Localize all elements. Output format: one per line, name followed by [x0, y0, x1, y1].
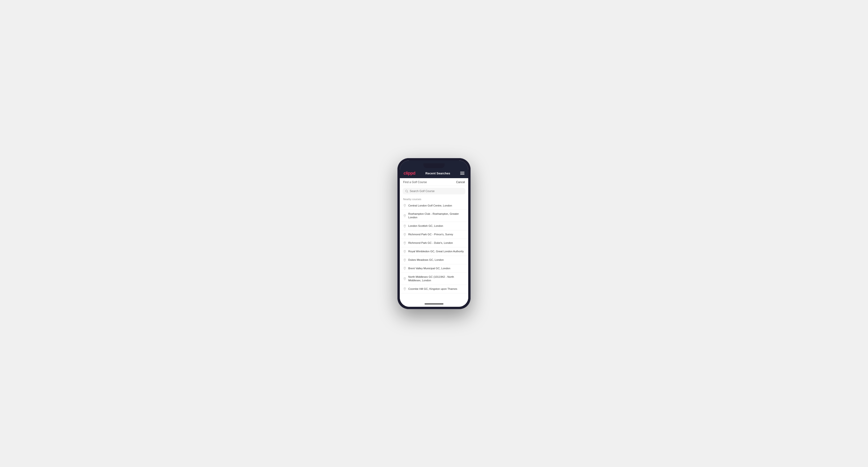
- app-header: clippd Recent Searches: [400, 169, 468, 178]
- header-title: Recent Searches: [426, 172, 450, 175]
- hamburger-line-1: [460, 172, 464, 172]
- home-indicator: [425, 304, 443, 304]
- location-pin-icon: [403, 287, 406, 290]
- course-list-item[interactable]: Roehampton Club - Roehampton, Greater Lo…: [400, 210, 468, 222]
- course-name: London Scottish GC, London: [408, 224, 443, 228]
- course-name: Central London Golf Centre, London: [408, 204, 452, 208]
- course-list-item[interactable]: Coombe Hill GC, Kingston upon Thames: [400, 285, 468, 293]
- search-panel: Find a Golf Course Cancel Nearby courses…: [400, 178, 468, 301]
- course-name: Richmond Park GC - Duke's, London: [408, 241, 453, 245]
- svg-point-8: [404, 259, 405, 260]
- course-list-item[interactable]: Central London Golf Centre, London: [400, 201, 468, 210]
- notch: [423, 163, 445, 168]
- app-logo: clippd: [404, 171, 415, 176]
- svg-point-2: [404, 205, 405, 206]
- location-pin-icon: [403, 214, 406, 217]
- search-input[interactable]: [410, 189, 463, 193]
- phone-screen: clippd Recent Searches Find a Golf Cours…: [400, 160, 468, 307]
- course-list-item[interactable]: North Middlesex GC (1011942 - North Midd…: [400, 273, 468, 285]
- location-pin-icon: [403, 277, 406, 280]
- course-name: Richmond Park GC - Prince's, Surrey: [408, 233, 453, 236]
- location-pin-icon: [403, 258, 406, 262]
- location-pin-icon: [403, 204, 406, 207]
- search-box: [403, 188, 465, 194]
- cancel-button[interactable]: Cancel: [456, 181, 465, 184]
- course-list: Central London Golf Centre, London Roeha…: [400, 201, 468, 301]
- course-name: Dukes Meadows GC, London: [408, 258, 444, 262]
- phone-bottom-bar: [400, 301, 468, 307]
- hamburger-line-2: [460, 173, 464, 174]
- nearby-section-label: Nearby courses: [400, 196, 468, 201]
- course-list-item[interactable]: Brent Valley Municipal GC, London: [400, 264, 468, 273]
- search-icon: [405, 189, 408, 193]
- location-pin-icon: [403, 267, 406, 270]
- search-header: Find a Golf Course Cancel: [400, 178, 468, 186]
- svg-point-9: [404, 268, 405, 268]
- location-pin-icon: [403, 224, 406, 228]
- course-list-item[interactable]: Richmond Park GC - Prince's, Surrey: [400, 230, 468, 239]
- find-label: Find a Golf Course: [403, 181, 427, 184]
- course-name: Roehampton Club - Roehampton, Greater Lo…: [408, 212, 465, 219]
- course-list-item[interactable]: Royal Wimbledon GC, Great London Authori…: [400, 247, 468, 256]
- svg-point-7: [404, 251, 405, 251]
- svg-point-3: [404, 215, 405, 216]
- course-name: Royal Wimbledon GC, Great London Authori…: [408, 250, 464, 253]
- course-name: North Middlesex GC (1011942 - North Midd…: [408, 275, 465, 282]
- svg-line-1: [407, 192, 408, 192]
- svg-point-4: [404, 225, 405, 226]
- phone-frame: clippd Recent Searches Find a Golf Cours…: [397, 158, 471, 309]
- svg-point-10: [404, 278, 405, 279]
- hamburger-menu-button[interactable]: [460, 172, 464, 175]
- svg-point-5: [404, 234, 405, 235]
- course-name: Coombe Hill GC, Kingston upon Thames: [408, 287, 457, 291]
- svg-point-11: [404, 288, 405, 289]
- hamburger-line-3: [460, 174, 464, 175]
- search-box-wrapper: [400, 186, 468, 196]
- course-list-item[interactable]: Richmond Park GC - Duke's, London: [400, 239, 468, 247]
- svg-point-6: [404, 242, 405, 243]
- course-list-item[interactable]: London Scottish GC, London: [400, 222, 468, 230]
- location-pin-icon: [403, 250, 406, 253]
- course-list-item[interactable]: Dukes Meadows GC, London: [400, 256, 468, 264]
- status-bar: [400, 160, 468, 169]
- location-pin-icon: [403, 233, 406, 236]
- course-name: Brent Valley Municipal GC, London: [408, 267, 450, 270]
- location-pin-icon: [403, 241, 406, 245]
